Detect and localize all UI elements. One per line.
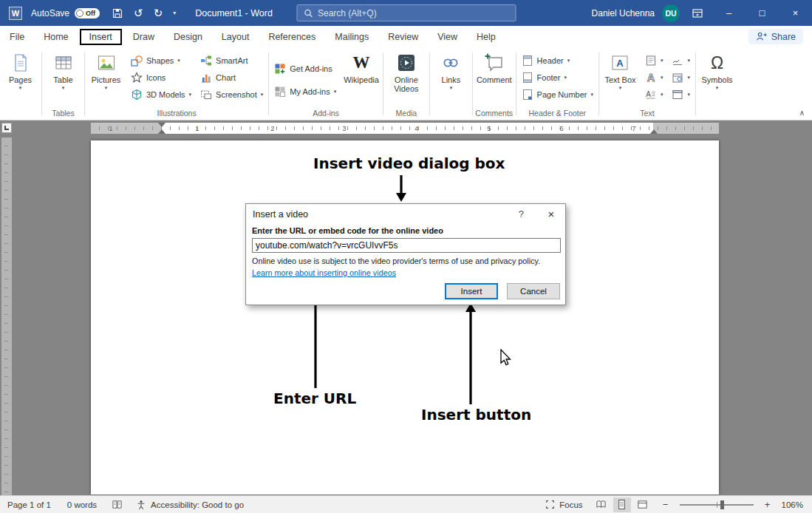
save-icon[interactable] bbox=[112, 7, 123, 19]
comment-button[interactable]: Comment bbox=[474, 48, 515, 108]
horizontal-ruler[interactable]: 1 1 2 3 4 5 6 7 bbox=[91, 123, 719, 134]
links-button[interactable]: Links ▾ bbox=[431, 48, 471, 108]
wordart-icon: A bbox=[645, 72, 657, 84]
screenshot-button[interactable]: Screenshot ▾ bbox=[196, 86, 267, 103]
tab-design[interactable]: Design bbox=[164, 29, 212, 45]
online-videos-icon bbox=[396, 52, 417, 73]
dialog-title: Insert a video bbox=[253, 209, 308, 220]
chevron-down-icon: ▾ bbox=[567, 58, 570, 63]
learn-more-link[interactable]: Learn more about inserting online videos bbox=[252, 268, 396, 277]
tab-layout[interactable]: Layout bbox=[212, 29, 259, 45]
group-divider bbox=[429, 52, 430, 115]
header-icon bbox=[522, 55, 533, 67]
pictures-button[interactable]: Pictures ▾ bbox=[86, 48, 126, 108]
tab-references[interactable]: References bbox=[259, 29, 325, 45]
tab-file[interactable]: File bbox=[0, 29, 34, 45]
shapes-icon bbox=[131, 55, 143, 67]
right-indent-marker[interactable] bbox=[650, 129, 658, 134]
shapes-button[interactable]: Shapes ▾ bbox=[126, 52, 196, 69]
web-layout-button[interactable] bbox=[634, 497, 652, 512]
pages-button[interactable]: Pages ▾ bbox=[0, 48, 41, 108]
tab-insert[interactable]: Insert bbox=[80, 29, 122, 45]
dialog-title-bar[interactable]: Insert a video ? × bbox=[246, 204, 565, 224]
footer-button[interactable]: Footer ▾ bbox=[517, 69, 598, 86]
ribbon-group-pages: Pages ▾ bbox=[0, 48, 41, 120]
signature-line-icon bbox=[672, 55, 683, 67]
object-button[interactable]: ▾ bbox=[667, 86, 695, 103]
focus-button[interactable]: Focus bbox=[545, 500, 582, 509]
vertical-ruler[interactable] bbox=[1, 137, 12, 495]
page-number-button[interactable]: Page Number ▾ bbox=[517, 86, 598, 103]
ribbon-display-options-icon[interactable] bbox=[692, 7, 703, 19]
tab-draw[interactable]: Draw bbox=[123, 29, 164, 45]
search-placeholder: Search (Alt+Q) bbox=[318, 8, 377, 18]
date-time-button[interactable]: ▾ bbox=[667, 69, 695, 86]
chart-icon bbox=[200, 72, 212, 84]
insert-button[interactable]: Insert bbox=[445, 283, 498, 299]
chart-button[interactable]: Chart bbox=[196, 69, 267, 86]
cancel-button[interactable]: Cancel bbox=[507, 283, 560, 299]
collapse-ribbon-icon[interactable]: ∧ bbox=[799, 109, 805, 117]
first-line-indent-marker[interactable] bbox=[158, 123, 166, 127]
new-comment-icon bbox=[484, 52, 505, 73]
get-addins-button[interactable]: Get Add-ins bbox=[270, 60, 341, 77]
word-count[interactable]: 0 words bbox=[67, 500, 97, 509]
wordart-button[interactable]: A ▾ bbox=[641, 69, 668, 86]
minimize-button[interactable]: – bbox=[712, 0, 746, 26]
my-addins-icon bbox=[274, 86, 286, 98]
title-bar: W AutoSave Off ↺ ↻ ▾ Document1 - Word Se… bbox=[0, 0, 812, 26]
online-videos-button[interactable]: Online Videos bbox=[384, 48, 429, 108]
undo-icon[interactable]: ↺ bbox=[134, 7, 143, 18]
get-addins-icon bbox=[274, 63, 286, 75]
share-person-icon bbox=[756, 31, 767, 42]
zoom-slider-thumb[interactable] bbox=[720, 500, 724, 509]
tab-review[interactable]: Review bbox=[378, 29, 428, 45]
dialog-help-icon[interactable]: ? bbox=[519, 208, 524, 220]
tab-selector[interactable] bbox=[1, 123, 12, 133]
quick-parts-button[interactable]: ▾ bbox=[641, 52, 668, 69]
maximize-button[interactable]: □ bbox=[746, 0, 779, 26]
zoom-out-button[interactable]: − bbox=[661, 499, 670, 510]
svg-text:A: A bbox=[646, 90, 651, 98]
zoom-slider[interactable] bbox=[680, 504, 754, 506]
accessibility-status[interactable]: Accessibility: Good to go bbox=[136, 500, 244, 510]
text-box-button[interactable]: A Text Box ▾ bbox=[600, 48, 641, 108]
icons-button[interactable]: Icons bbox=[126, 69, 196, 86]
zoom-in-button[interactable]: + bbox=[763, 499, 772, 510]
table-button[interactable]: Table ▾ bbox=[43, 48, 83, 108]
page-indicator[interactable]: Page 1 of 1 bbox=[7, 500, 51, 509]
proofing-book-icon[interactable] bbox=[112, 499, 123, 510]
search-input[interactable]: Search (Alt+Q) bbox=[296, 4, 516, 21]
read-mode-button[interactable] bbox=[593, 497, 610, 512]
wikipedia-button[interactable]: W Wikipedia bbox=[341, 48, 382, 108]
left-indent-marker[interactable] bbox=[158, 129, 166, 134]
share-button[interactable]: Share bbox=[748, 29, 803, 44]
zoom-level[interactable]: 106% bbox=[782, 500, 803, 509]
tab-mailings[interactable]: Mailings bbox=[325, 29, 378, 45]
dialog-prompt: Enter the URL or embed code for the onli… bbox=[252, 226, 559, 235]
chevron-down-icon: ▾ bbox=[687, 58, 690, 63]
signature-line-button[interactable]: ▾ bbox=[667, 52, 695, 69]
symbols-button[interactable]: Ω Symbols ▾ bbox=[697, 48, 737, 108]
my-addins-button[interactable]: My Add-ins ▾ bbox=[270, 83, 341, 100]
close-button[interactable]: × bbox=[779, 0, 812, 26]
customize-qat-icon[interactable]: ▾ bbox=[173, 10, 176, 16]
3d-models-button[interactable]: 3D Models ▾ bbox=[126, 86, 196, 103]
redo-icon[interactable]: ↻ bbox=[154, 7, 163, 18]
arrow-to-dialog bbox=[394, 175, 409, 203]
smartart-button[interactable]: SmartArt bbox=[196, 52, 267, 69]
ruler-number: 6 bbox=[559, 124, 563, 132]
drop-cap-button[interactable]: A ▾ bbox=[641, 86, 668, 103]
header-button[interactable]: Header ▾ bbox=[517, 52, 598, 69]
tab-help[interactable]: Help bbox=[467, 29, 505, 45]
chevron-down-icon: ▾ bbox=[564, 75, 567, 80]
autosave-toggle[interactable]: Off bbox=[75, 8, 100, 18]
tab-view[interactable]: View bbox=[428, 29, 467, 45]
avatar[interactable]: DU bbox=[662, 4, 680, 22]
dialog-close-icon[interactable]: × bbox=[544, 208, 559, 220]
wikipedia-icon: W bbox=[353, 52, 370, 73]
print-layout-button[interactable] bbox=[613, 497, 631, 512]
arrow-to-insert-button bbox=[463, 303, 478, 404]
tab-home[interactable]: Home bbox=[34, 29, 78, 45]
video-url-input[interactable] bbox=[252, 238, 561, 253]
